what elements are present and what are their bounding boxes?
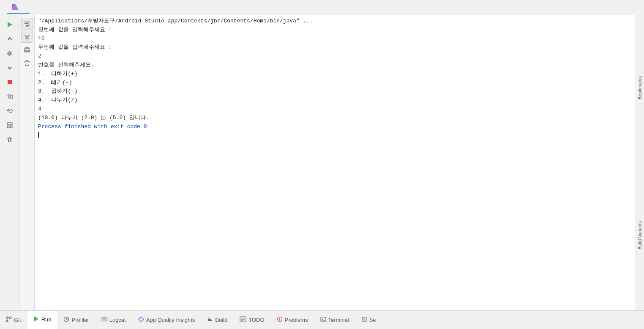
console-line: 번호를 선택해주세요.	[38, 61, 641, 70]
bottom-tab-problems[interactable]: Problems	[271, 311, 314, 329]
svg-rect-12	[25, 50, 29, 52]
soft-wrap-button[interactable]	[21, 18, 33, 30]
scroll-down-button[interactable]	[3, 61, 16, 74]
bottom-tab-build[interactable]: Build	[201, 311, 234, 329]
todo-tab-label: TODO	[248, 317, 264, 323]
se-tab-label: Se	[369, 317, 376, 323]
svg-marker-2	[8, 22, 12, 27]
console-output: "/Applications/개발자도구/Android Studio.app/…	[35, 15, 644, 310]
svg-rect-7	[7, 123, 12, 125]
se-icon: S	[361, 316, 367, 324]
bottom-tab-se[interactable]: SSe	[355, 311, 382, 329]
svg-point-6	[8, 96, 11, 98]
problems-icon	[277, 316, 283, 324]
svg-text:S: S	[363, 318, 365, 321]
console-line: Process finished with exit code 0	[38, 123, 641, 132]
terminal-icon	[320, 316, 326, 324]
console-line: "/Applications/개발자도구/Android Studio.app/…	[38, 17, 641, 26]
pin-button[interactable]	[3, 133, 16, 146]
console-line: 4. 나누기(/)	[38, 96, 641, 105]
console-line: 4	[38, 105, 641, 114]
console-line: 첫번째 값을 입력해주세요 :	[38, 26, 641, 35]
svg-rect-5	[7, 95, 13, 99]
app-quality-icon	[138, 316, 144, 324]
scroll-up-button[interactable]	[3, 32, 16, 46]
console-line: (10.0) 나누기 (2.0) 는 (5.0) 입니다.	[38, 114, 641, 123]
svg-rect-9	[10, 126, 12, 128]
app-quality-tab-label: App Quality Insights	[146, 317, 195, 323]
console-line: 2	[38, 52, 641, 61]
print-button[interactable]	[21, 44, 33, 56]
console-line: 3. 곱하기(-)	[38, 87, 641, 96]
svg-marker-16	[34, 316, 38, 321]
bottom-tab-app-quality[interactable]: App Quality Insights	[132, 311, 202, 329]
svg-marker-21	[139, 317, 144, 322]
camera-button[interactable]	[3, 90, 16, 103]
scroll-end-button[interactable]	[21, 31, 33, 43]
svg-point-13	[6, 317, 8, 318]
kotlin-icon	[12, 4, 19, 11]
terminal-tab-label: Terminal	[328, 317, 349, 323]
right-sidebar: Bookmarks Build Variants	[635, 15, 644, 310]
run-icon	[33, 316, 39, 323]
profiler-icon	[63, 316, 69, 324]
bottom-tab-terminal[interactable]: Terminal	[314, 311, 355, 329]
bottom-tab-run[interactable]: Run	[27, 311, 58, 329]
main-area: "/Applications/개발자도구/Android Studio.app/…	[0, 15, 644, 310]
console-line: 10	[38, 35, 641, 44]
console-cursor-line	[38, 131, 641, 140]
console-line: 두번째 값을 입력해주세요 :	[38, 43, 641, 52]
build-icon	[207, 316, 213, 324]
stop-button[interactable]	[3, 75, 16, 89]
bottom-tab-todo[interactable]: TODO	[234, 311, 270, 329]
git-icon	[6, 316, 12, 324]
run-tab-label: Run	[41, 316, 52, 323]
svg-point-3	[8, 52, 11, 55]
logcat-icon	[101, 316, 107, 324]
restore-button[interactable]	[3, 104, 16, 118]
build-variants-label[interactable]: Build Variants	[636, 218, 643, 253]
bottom-tab-git[interactable]: Git	[0, 311, 27, 329]
problems-tab-label: Problems	[285, 317, 308, 323]
svg-point-31	[279, 320, 280, 321]
svg-rect-22	[208, 320, 212, 321]
bookmarks-label[interactable]: Bookmarks	[636, 73, 643, 103]
logcat-tab-label: Logcat	[109, 317, 126, 323]
settings-button[interactable]	[3, 47, 16, 60]
layout-button[interactable]	[3, 118, 16, 132]
console-line: 2. 빼기(-)	[38, 79, 641, 88]
todo-icon	[240, 316, 246, 324]
svg-point-14	[10, 317, 11, 318]
tab-bar	[0, 0, 644, 15]
build-tab-label: Build	[215, 317, 227, 323]
bottom-tab-profiler[interactable]: Profiler	[57, 311, 95, 329]
console-line: 1. 더하기(+)	[38, 70, 641, 79]
clear-button[interactable]	[21, 57, 33, 69]
mainkt-tab[interactable]	[7, 1, 30, 14]
git-tab-label: Git	[14, 317, 21, 323]
run-button[interactable]	[3, 18, 16, 31]
svg-rect-18	[102, 318, 107, 321]
svg-rect-8	[7, 126, 9, 128]
bottom-toolbar: GitRunProfilerLogcatApp Quality Insights…	[0, 310, 644, 329]
svg-rect-24	[208, 318, 210, 318]
action-column	[19, 15, 35, 310]
console-cursor	[38, 132, 39, 138]
svg-rect-23	[208, 319, 211, 320]
bottom-tab-logcat[interactable]: Logcat	[96, 311, 132, 329]
svg-rect-4	[8, 80, 12, 84]
profiler-tab-label: Profiler	[71, 317, 89, 323]
svg-point-15	[6, 320, 8, 322]
left-sidebar	[0, 15, 19, 310]
